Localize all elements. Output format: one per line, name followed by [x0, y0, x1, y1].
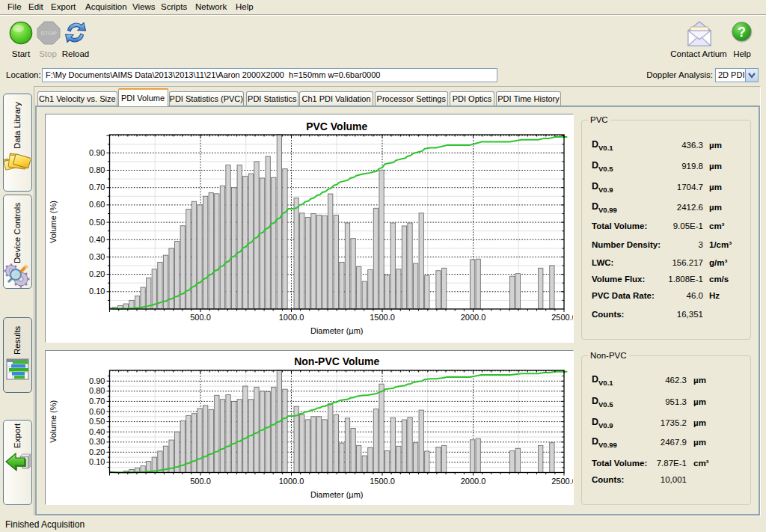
svg-text:2500.0: 2500.0 — [551, 477, 573, 486]
svg-text:0.20: 0.20 — [89, 447, 105, 456]
svg-text:0.80: 0.80 — [89, 165, 105, 174]
svg-text:0.10: 0.10 — [89, 287, 105, 296]
svg-text:Volume (%): Volume (%) — [49, 400, 58, 443]
svg-text:0.50: 0.50 — [89, 417, 105, 426]
svg-text:0.60: 0.60 — [89, 200, 105, 209]
svg-text:500.0: 500.0 — [190, 477, 211, 486]
svg-text:0.20: 0.20 — [89, 269, 105, 278]
svg-text:0.30: 0.30 — [89, 252, 105, 261]
svg-text:Non-PVC Volume: Non-PVC Volume — [294, 355, 379, 367]
svg-text:0.90: 0.90 — [89, 148, 105, 157]
svg-text:Volume (%): Volume (%) — [49, 201, 58, 243]
svg-text:0.90: 0.90 — [89, 376, 105, 385]
svg-text:Diameter (µm): Diameter (µm) — [310, 490, 364, 499]
svg-text:0.50: 0.50 — [89, 218, 105, 227]
svg-text:2000.0: 2000.0 — [461, 477, 486, 486]
svg-text:0.30: 0.30 — [89, 437, 105, 446]
svg-text:PVC Volume: PVC Volume — [306, 120, 367, 132]
svg-text:0.40: 0.40 — [89, 427, 105, 436]
svg-text:1000.0: 1000.0 — [279, 477, 304, 486]
svg-text:2000.0: 2000.0 — [461, 313, 486, 322]
svg-text:1500.0: 1500.0 — [370, 313, 395, 322]
svg-text:500.0: 500.0 — [190, 313, 211, 322]
svg-text:0.60: 0.60 — [89, 407, 105, 416]
svg-text:0.10: 0.10 — [89, 457, 105, 466]
svg-text:Diameter (µm): Diameter (µm) — [310, 326, 364, 335]
svg-text:0.70: 0.70 — [89, 397, 105, 406]
svg-text:0.70: 0.70 — [89, 183, 105, 192]
svg-text:1000.0: 1000.0 — [279, 313, 304, 322]
svg-text:1500.0: 1500.0 — [370, 477, 395, 486]
svg-text:2500.0: 2500.0 — [551, 313, 573, 322]
svg-text:0.80: 0.80 — [89, 386, 105, 395]
svg-text:?: ? — [738, 25, 746, 40]
svg-text:STOP: STOP — [40, 30, 57, 37]
svg-text:0.40: 0.40 — [89, 235, 105, 244]
